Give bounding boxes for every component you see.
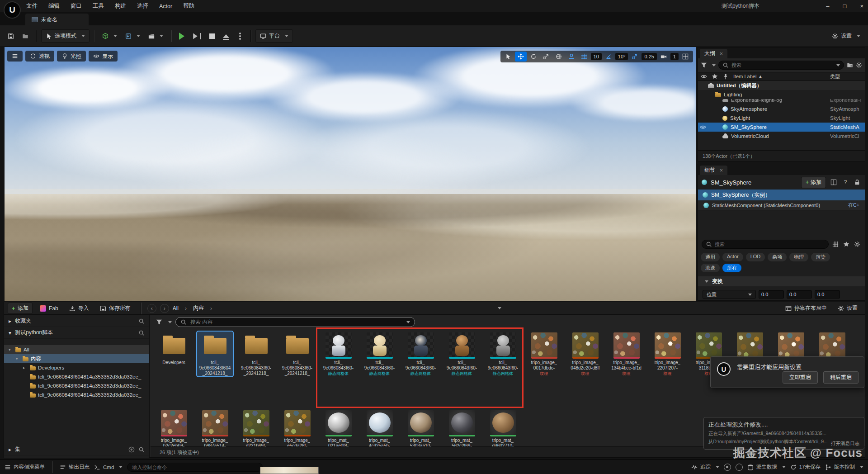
stop-button[interactable]	[206, 31, 218, 41]
surface-snap-button[interactable]	[566, 52, 577, 62]
import-button[interactable]: 导入	[66, 303, 93, 313]
select-tool-button[interactable]	[502, 52, 514, 62]
type-column[interactable]: 类型	[830, 73, 840, 80]
scale-snap-value[interactable]: 0.25	[642, 53, 656, 60]
folder-tree-item[interactable]: tcli_9e0660843f604814a353352d3da032ee_	[4, 381, 149, 390]
visibility-eye-icon[interactable]	[700, 124, 707, 130]
editor-mode-dropdown[interactable]: 选项模式	[41, 29, 90, 43]
asset-tile[interactable]: tripo_image_ b987a514-	[197, 409, 233, 447]
add-actor-button[interactable]	[99, 31, 120, 42]
settings-dropdown[interactable]: 设置	[829, 30, 863, 42]
add-component-button[interactable]: + 添加	[801, 177, 826, 188]
viewport-perspective-dropdown[interactable]: 透视	[25, 51, 54, 62]
save-button[interactable]	[5, 31, 17, 42]
collections-row[interactable]: ▸ 集	[4, 444, 149, 455]
menu-item[interactable]: Actor	[159, 3, 172, 9]
outliner-row[interactable]: SkyLight SkyLight	[698, 114, 865, 123]
asset-tile[interactable]: tripo_image_ e5cda28f-	[279, 409, 315, 447]
world-local-toggle[interactable]	[553, 52, 565, 62]
details-filter-chip[interactable]: 渲染	[811, 253, 830, 261]
asset-tile[interactable]: tripo_mat_ 5303aa10-	[403, 409, 439, 447]
play-button[interactable]	[176, 30, 188, 42]
asset-tile[interactable]: tcli_ 9e0660843f60- 静态网格体	[321, 332, 356, 376]
lock-icon[interactable]	[853, 179, 861, 186]
menu-item[interactable]: 构建	[115, 2, 126, 10]
help-icon[interactable]: ?	[841, 179, 849, 185]
asset-tile[interactable]: tripo_image_ 134b4bce-bf1d 纹理	[609, 332, 644, 376]
level-tab[interactable]: 未命名	[25, 14, 89, 25]
outliner-row[interactable]: Lighting	[698, 90, 865, 99]
maximize-viewport-button[interactable]	[679, 52, 691, 62]
close-button[interactable]: ×	[860, 3, 863, 9]
back-button[interactable]: ‹	[147, 304, 156, 313]
dock-in-layout-button[interactable]: 停靠在布局中	[782, 303, 830, 313]
rotation-snap-button[interactable]	[603, 52, 614, 62]
save-all-button[interactable]: 保存所有	[96, 303, 134, 313]
details-filter-chip[interactable]: 杂项	[768, 253, 787, 261]
insights-icon[interactable]	[724, 464, 731, 471]
scale-tool-button[interactable]	[540, 52, 552, 62]
new-folder-icon[interactable]	[847, 62, 853, 68]
add-content-button[interactable]: + 添加	[8, 303, 33, 314]
outliner-row[interactable]: VolumetricCloud VolumetricCl	[698, 132, 865, 141]
details-filter-chip[interactable]: Actor	[722, 253, 743, 261]
location-dropdown[interactable]: 位置	[703, 290, 756, 299]
forward-button[interactable]: ›	[160, 304, 169, 313]
viewport-show-dropdown[interactable]: 显示	[89, 51, 118, 62]
details-filter-chip[interactable]: 流送	[701, 264, 720, 272]
details-filter-chip[interactable]: LOD	[746, 253, 765, 261]
menu-item[interactable]: 编辑	[48, 2, 60, 10]
visibility-column-icon[interactable]	[701, 73, 707, 80]
tab-outliner[interactable]: 大纲 ×	[700, 49, 727, 58]
asset-search-input[interactable]	[190, 319, 401, 325]
output-log-button[interactable]: 输出日志	[60, 464, 90, 470]
tab-details[interactable]: 细节 ×	[700, 166, 727, 175]
outliner-search-input[interactable]	[731, 62, 831, 68]
camera-speed-value[interactable]: 1	[670, 53, 679, 60]
folder-tree-item[interactable]: tcli_9e0660843f604814a353352d3da032ee_	[4, 372, 149, 381]
grid-snap-value[interactable]: 10	[591, 53, 602, 60]
close-icon[interactable]: ×	[720, 167, 723, 174]
filter-icon[interactable]	[701, 62, 707, 68]
close-icon[interactable]: ×	[720, 51, 723, 57]
session-icon[interactable]	[736, 464, 743, 471]
outliner-row[interactable]: SM_SkySphere StaticMeshA	[698, 123, 865, 132]
component-row[interactable]: StaticMeshComponent (StaticMeshComponent…	[698, 200, 865, 210]
item-label-column[interactable]: Item Label ▲	[733, 74, 763, 79]
search-icon[interactable]	[138, 318, 145, 324]
grid-snap-button[interactable]	[578, 52, 590, 62]
revision-control-dropdown[interactable]: 版本控制	[825, 464, 863, 470]
asset-tile[interactable]: tripo_mat_ 4cd25a5b-	[362, 409, 397, 447]
asset-tile[interactable]: tripo_image_ 2207f207- 纹理	[650, 332, 685, 376]
details-filter-chip[interactable]: 所有	[722, 264, 741, 272]
restart-later-button[interactable]: 稍后重启	[823, 371, 859, 384]
viewport[interactable]: 透视 光照 显示 10 10° 0.25 1	[5, 47, 696, 301]
asset-tile[interactable]: tripo_mat_ 021ae0f8-	[321, 409, 356, 447]
location-y-field[interactable]	[787, 290, 812, 299]
asset-tile[interactable]: tcli_ 9e0660843f604 _20241218_	[197, 332, 233, 376]
asset-tile[interactable]: tcli_ 9e0660843f60- 静态网格体	[362, 332, 397, 376]
columns-icon[interactable]	[830, 179, 838, 186]
camera-speed-button[interactable]	[658, 52, 670, 62]
filter-icon[interactable]	[156, 319, 162, 325]
asset-tile[interactable]: tcli_ 9e0660843f60- 静态网格体	[403, 332, 439, 376]
folder-tree-item[interactable]: tcli_9e0660843f604814a353352d3da032ee_	[4, 390, 149, 399]
cb-settings-button[interactable]: 设置	[834, 303, 861, 313]
details-search-input[interactable]	[715, 242, 825, 247]
outliner-row[interactable]: SkyAtmosphere SkyAtmosph	[698, 104, 865, 114]
derived-data-dropdown[interactable]: 派生数据	[747, 464, 786, 470]
eject-button[interactable]	[220, 32, 232, 40]
content-drawer-toggle[interactable]: 内容侧滑菜单	[5, 464, 45, 470]
instance-row[interactable]: SM_SkySphere（实例）	[698, 190, 865, 200]
pin-column-icon[interactable]	[722, 73, 729, 80]
favorites-section[interactable]: ▸ 收藏夹	[4, 315, 149, 327]
add-collection-icon[interactable]	[128, 446, 135, 453]
asset-tile[interactable]: tripo_mat_ dd602710-	[485, 409, 521, 447]
path-options-chevron-icon[interactable]	[498, 307, 501, 309]
star-column-icon[interactable]	[712, 73, 718, 80]
folder-tree-item[interactable]: ▾ All	[4, 345, 149, 354]
asset-tile[interactable]: tripo_mat_ 562c2f69-	[444, 409, 480, 447]
display-options-icon[interactable]	[831, 241, 840, 248]
transform-section-header[interactable]: 变换	[698, 276, 865, 286]
asset-tile[interactable]: tcli_ 9e0660843f60- 静态网格体	[444, 332, 480, 376]
